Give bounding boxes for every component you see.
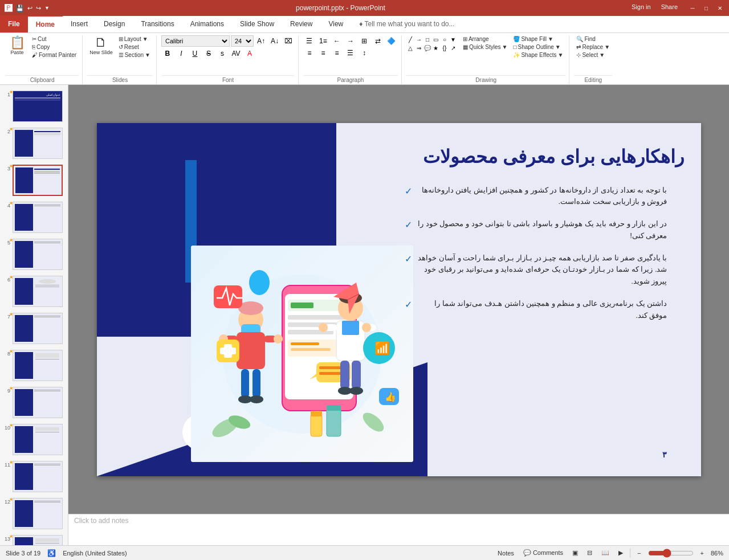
- layout-button[interactable]: ⊞ Layout ▼: [116, 35, 153, 43]
- slide-thumb-3[interactable]: 3 راهکارها ★: [2, 163, 66, 197]
- shape-effects-button[interactable]: ✨ Shape Effects ▼: [511, 51, 565, 59]
- align-right-button[interactable]: ≡: [331, 47, 343, 59]
- shape-outline-button[interactable]: □ Shape Outline ▼: [511, 43, 565, 51]
- section-button[interactable]: ☰ Section ▼: [116, 51, 153, 59]
- text-direction-button[interactable]: ⇄: [372, 35, 384, 47]
- shape-fill-icon: 🪣: [513, 36, 520, 42]
- slide-thumb-10[interactable]: 10 ★: [2, 423, 66, 456]
- select-button[interactable]: ⊹ Select ▼: [574, 51, 612, 59]
- replace-button[interactable]: ⇄ Replace ▼: [574, 43, 612, 51]
- slide-thumb-12[interactable]: 12 ★: [2, 497, 66, 530]
- columns-button[interactable]: ⊞: [358, 35, 370, 47]
- justify-button[interactable]: ☰: [344, 47, 357, 59]
- shape-arrow[interactable]: →: [415, 35, 423, 43]
- shape-oval[interactable]: ○: [441, 35, 449, 43]
- tab-animations[interactable]: Animations: [182, 15, 232, 32]
- editing-buttons: 🔍 Find ⇄ Replace ▼ ⊹ Select ▼: [574, 35, 612, 59]
- numbered-list-button[interactable]: 1≡: [317, 35, 329, 47]
- tab-tellme[interactable]: ♦ Tell me what you want to do...: [351, 15, 462, 32]
- shape-callout[interactable]: 💬: [423, 44, 431, 52]
- tab-view[interactable]: View: [320, 15, 351, 32]
- slide-thumb-9[interactable]: 9 ★: [2, 386, 66, 419]
- font-color-button[interactable]: A: [243, 48, 256, 59]
- decrease-font-button[interactable]: A↓: [268, 35, 281, 47]
- copy-button[interactable]: ⎘ Copy: [30, 43, 79, 51]
- slideshow-button[interactable]: ▶: [616, 549, 625, 557]
- quick-access-save[interactable]: 💾: [16, 5, 24, 12]
- new-slide-button[interactable]: 🗋 New Slide: [87, 35, 115, 56]
- bold-button[interactable]: B: [161, 48, 174, 59]
- slide-scroll-area[interactable]: 📶: [68, 85, 729, 514]
- quick-styles-button[interactable]: ▦ Quick Styles ▼: [461, 43, 510, 51]
- char-spacing-button[interactable]: AV: [230, 48, 242, 59]
- decrease-indent-button[interactable]: ←: [331, 35, 343, 47]
- slide-thumb-4[interactable]: 4 ★: [2, 201, 66, 234]
- notes-area[interactable]: Click to add notes: [68, 514, 729, 545]
- cut-button[interactable]: ✂ Cut: [30, 35, 79, 43]
- slide-canvas[interactable]: 📶: [97, 123, 701, 476]
- shape-fill-button[interactable]: 🪣 Shape Fill ▼: [511, 35, 565, 43]
- zoom-slider[interactable]: [648, 549, 694, 558]
- slide-thumb-2[interactable]: 2 ★: [2, 126, 66, 160]
- bullets-button[interactable]: ☰: [303, 35, 316, 47]
- comments-button[interactable]: 💬 Comments: [521, 549, 565, 557]
- tab-transitions[interactable]: Transitions: [133, 15, 182, 32]
- shape-rect[interactable]: □: [423, 35, 431, 43]
- tab-design[interactable]: Design: [96, 15, 133, 32]
- shape-star[interactable]: ★: [432, 44, 440, 52]
- tab-slideshow[interactable]: Slide Show: [232, 15, 282, 32]
- minimize-button[interactable]: ─: [688, 3, 697, 13]
- slide-thumb-11[interactable]: 11 ★: [2, 460, 66, 493]
- slide-thumb-1[interactable]: 1 عنوان اصلی ★: [2, 89, 66, 123]
- tab-insert[interactable]: Insert: [63, 15, 96, 32]
- slide-thumb-5[interactable]: 5 ★: [2, 238, 66, 271]
- convert-smartart-button[interactable]: 🔷: [385, 35, 398, 47]
- find-icon: 🔍: [576, 36, 583, 42]
- slide-thumb-6[interactable]: 6 ★: [2, 275, 66, 308]
- arrange-button[interactable]: ⊞ Arrange: [461, 35, 510, 43]
- tab-review[interactable]: Review: [282, 15, 320, 32]
- quick-access-dropdown[interactable]: ▼: [44, 5, 50, 11]
- slide-thumb-13[interactable]: 13 ★: [2, 534, 66, 545]
- shape-round-rect[interactable]: ▭: [432, 35, 440, 43]
- paste-button[interactable]: 📋 Paste: [6, 35, 28, 56]
- increase-indent-button[interactable]: →: [344, 35, 357, 47]
- shape-connector[interactable]: ↗: [449, 44, 457, 52]
- font-family-select[interactable]: Calibri: [161, 35, 230, 47]
- shape-rtarrow[interactable]: ⇒: [415, 44, 423, 52]
- slide-sorter-button[interactable]: ⊟: [585, 549, 594, 557]
- slide-thumb-7[interactable]: 7 ★: [2, 312, 66, 345]
- strikethrough-button[interactable]: S: [202, 48, 215, 59]
- underline-button[interactable]: U: [189, 48, 201, 59]
- notes-button[interactable]: Notes: [495, 549, 516, 557]
- shape-tri[interactable]: △: [406, 44, 414, 52]
- slide-thumb-8[interactable]: 8 ★: [2, 349, 66, 382]
- find-button[interactable]: 🔍 Find: [574, 35, 612, 43]
- align-left-button[interactable]: ≡: [303, 47, 316, 59]
- shape-more[interactable]: ▼: [449, 35, 457, 43]
- share-button[interactable]: Share: [661, 3, 678, 13]
- signin-button[interactable]: Sign in: [632, 3, 651, 13]
- zoom-in-button[interactable]: +: [698, 549, 706, 557]
- align-center-button[interactable]: ≡: [317, 47, 329, 59]
- increase-font-button[interactable]: A↑: [255, 35, 267, 47]
- line-spacing-button[interactable]: ↕: [358, 47, 370, 59]
- shape-bracket[interactable]: {}: [441, 44, 449, 52]
- zoom-out-button[interactable]: −: [635, 549, 643, 557]
- close-button[interactable]: ✕: [715, 3, 724, 13]
- svg-point-26: [349, 387, 363, 395]
- font-size-select[interactable]: 24: [231, 35, 254, 47]
- quick-access-redo[interactable]: ↪: [36, 5, 41, 12]
- shape-line[interactable]: ╱: [406, 35, 414, 43]
- tab-file[interactable]: File: [0, 15, 28, 32]
- clear-format-button[interactable]: ⌧: [282, 35, 295, 47]
- maximize-button[interactable]: □: [702, 3, 711, 13]
- reading-view-button[interactable]: 📖: [599, 549, 612, 557]
- normal-view-button[interactable]: ▣: [570, 549, 580, 557]
- tab-home[interactable]: Home: [28, 15, 63, 32]
- quick-access-undo[interactable]: ↩: [27, 5, 32, 12]
- format-painter-button[interactable]: 🖌 Format Painter: [30, 51, 79, 59]
- shadow-button[interactable]: s: [216, 48, 229, 59]
- italic-button[interactable]: I: [175, 48, 188, 59]
- reset-button[interactable]: ↺ Reset: [116, 43, 153, 51]
